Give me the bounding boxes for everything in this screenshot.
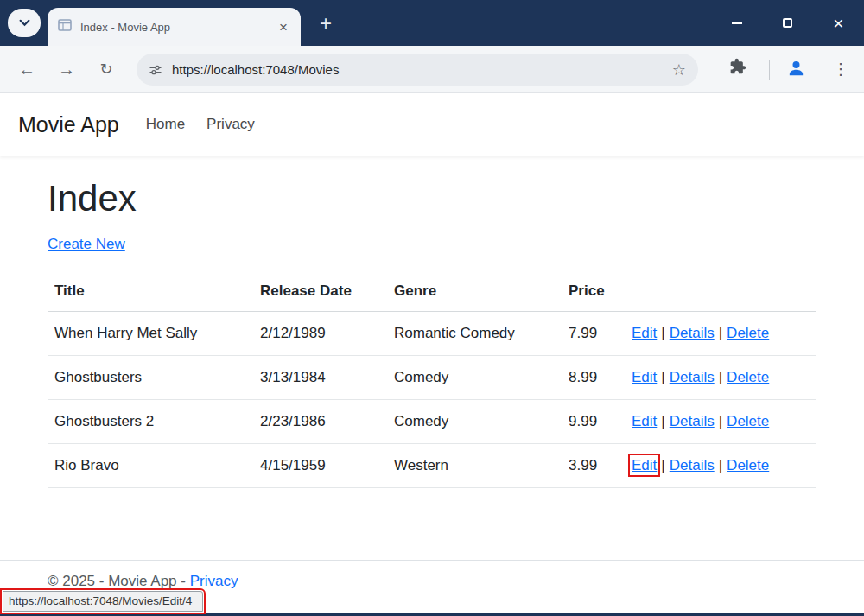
price-cell: 3.99 bbox=[562, 444, 625, 488]
nav-link-privacy[interactable]: Privacy bbox=[206, 116, 255, 133]
delete-link[interactable]: Delete bbox=[727, 413, 769, 429]
page-title: Index bbox=[48, 178, 816, 219]
release-date-cell: 3/13/1984 bbox=[253, 356, 387, 400]
browser-tab[interactable]: Index - Movie App × bbox=[48, 8, 301, 46]
movie-title-cell: Rio Bravo bbox=[48, 444, 253, 488]
chevron-down-icon bbox=[19, 16, 30, 29]
action-separator: | bbox=[661, 413, 664, 429]
footer-copyright: © 2025 - Movie App - bbox=[48, 573, 186, 589]
movie-title-cell: Ghostbusters 2 bbox=[48, 400, 253, 444]
movie-title-cell: Ghostbusters bbox=[48, 356, 253, 400]
window-bottom-edge bbox=[0, 613, 864, 616]
table-row: Ghostbusters 3/13/1984 Comedy 8.99 Edit|… bbox=[48, 356, 816, 400]
details-link[interactable]: Details bbox=[670, 413, 715, 429]
release-date-cell: 4/15/1959 bbox=[253, 444, 387, 488]
tab-favicon-icon bbox=[58, 18, 72, 35]
edit-link[interactable]: Edit bbox=[632, 325, 657, 341]
genre-cell: Comedy bbox=[387, 356, 562, 400]
column-header-price: Price bbox=[562, 271, 625, 312]
genre-cell: Comedy bbox=[387, 400, 562, 444]
tab-title: Index - Movie App bbox=[80, 21, 268, 34]
edit-link-highlighted[interactable]: Edit bbox=[632, 457, 657, 473]
action-separator: | bbox=[719, 457, 722, 473]
edit-link[interactable]: Edit bbox=[632, 369, 657, 385]
delete-link[interactable]: Delete bbox=[727, 369, 769, 385]
price-cell: 9.99 bbox=[562, 400, 625, 444]
column-header-release-date: Release Date bbox=[253, 271, 387, 312]
action-separator: | bbox=[661, 325, 664, 341]
actions-cell: Edit|Details|Delete bbox=[625, 444, 816, 488]
status-bar-link-preview: https://localhost:7048/Movies/Edit/4 bbox=[3, 591, 203, 612]
tab-close-icon[interactable]: × bbox=[276, 20, 290, 35]
column-header-actions bbox=[625, 271, 816, 312]
action-separator: | bbox=[661, 369, 664, 385]
brand-link[interactable]: Movie App bbox=[18, 112, 119, 137]
window-controls: × bbox=[711, 0, 864, 46]
footer-privacy-link[interactable]: Privacy bbox=[190, 573, 238, 589]
column-header-title: Title bbox=[48, 271, 253, 312]
maximize-button[interactable] bbox=[762, 0, 813, 46]
edit-link[interactable]: Edit bbox=[632, 413, 657, 429]
table-row: Rio Bravo 4/15/1959 Western 3.99 Edit|De… bbox=[48, 444, 816, 488]
action-separator: | bbox=[719, 369, 722, 385]
address-bar[interactable]: https://localhost:7048/Movies ☆ bbox=[137, 54, 698, 86]
delete-link[interactable]: Delete bbox=[727, 457, 769, 473]
actions-cell: Edit|Details|Delete bbox=[625, 400, 816, 444]
actions-cell: Edit|Details|Delete bbox=[625, 312, 816, 356]
main-content: Index Create New Title Release Date Genr… bbox=[0, 156, 864, 488]
back-button[interactable]: ← bbox=[12, 54, 41, 84]
delete-link[interactable]: Delete bbox=[727, 325, 769, 341]
close-window-button[interactable]: × bbox=[813, 0, 864, 46]
price-cell: 7.99 bbox=[562, 312, 625, 356]
nav-links: Home Privacy bbox=[146, 116, 255, 133]
refresh-button[interactable]: ↻ bbox=[92, 54, 121, 84]
web-page: Movie App Home Privacy Index Create New … bbox=[0, 93, 864, 613]
table-row: Ghostbusters 2 2/23/1986 Comedy 9.99 Edi… bbox=[48, 400, 816, 444]
nav-link-home[interactable]: Home bbox=[146, 116, 185, 133]
browser-window: Index - Movie App × + × ← → ↻ https://lo… bbox=[0, 0, 864, 616]
price-cell: 8.99 bbox=[562, 356, 625, 400]
toolbar-divider bbox=[769, 60, 770, 80]
forward-button[interactable]: → bbox=[52, 54, 81, 84]
table-header-row: Title Release Date Genre Price bbox=[48, 271, 816, 312]
genre-cell: Western bbox=[387, 444, 562, 488]
maximize-icon bbox=[783, 18, 792, 28]
browser-menu-icon[interactable]: ⋮ bbox=[828, 56, 854, 82]
site-info-icon[interactable] bbox=[149, 63, 162, 77]
release-date-cell: 2/12/1989 bbox=[253, 312, 387, 356]
details-link[interactable]: Details bbox=[670, 369, 715, 385]
release-date-cell: 2/23/1986 bbox=[253, 400, 387, 444]
extensions-puzzle-icon[interactable] bbox=[729, 58, 746, 78]
action-separator: | bbox=[661, 457, 664, 473]
bookmark-star-icon[interactable]: ☆ bbox=[670, 60, 688, 79]
create-new-link[interactable]: Create New bbox=[48, 236, 125, 252]
browser-titlebar: Index - Movie App × + × bbox=[0, 0, 864, 46]
movie-title-cell: When Harry Met Sally bbox=[48, 312, 253, 356]
table-row: When Harry Met Sally 2/12/1989 Romantic … bbox=[48, 312, 816, 356]
action-separator: | bbox=[719, 413, 722, 429]
genre-cell: Romantic Comedy bbox=[387, 312, 562, 356]
column-header-genre: Genre bbox=[387, 271, 562, 312]
url-text: https://localhost:7048/Movies bbox=[172, 62, 670, 77]
details-link[interactable]: Details bbox=[670, 325, 715, 341]
movies-table: Title Release Date Genre Price When Harr… bbox=[48, 271, 816, 488]
status-url: https://localhost:7048/Movies/Edit/4 bbox=[9, 594, 192, 607]
actions-cell: Edit|Details|Delete bbox=[625, 356, 816, 400]
action-separator: | bbox=[719, 325, 722, 341]
profile-avatar-icon[interactable] bbox=[786, 58, 806, 80]
tab-search-button[interactable] bbox=[8, 9, 41, 37]
minimize-button[interactable] bbox=[711, 0, 762, 46]
new-tab-button[interactable]: + bbox=[313, 10, 339, 36]
site-navbar: Movie App Home Privacy bbox=[0, 93, 864, 156]
minimize-icon bbox=[732, 22, 742, 24]
details-link[interactable]: Details bbox=[670, 457, 715, 473]
browser-toolbar: ← → ↻ https://localhost:7048/Movies ☆ ⋮ bbox=[0, 46, 864, 93]
